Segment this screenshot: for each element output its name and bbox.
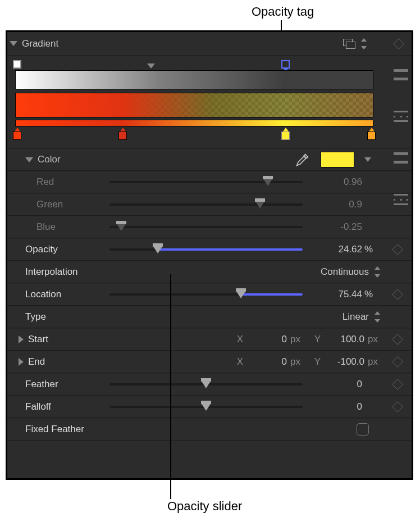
color-stop-track[interactable] <box>15 128 373 140</box>
row-fixed-feather: Fixed Feather <box>7 418 412 441</box>
disclosure-color[interactable] <box>25 157 33 162</box>
row-location: Location 75.44 % <box>7 283 412 306</box>
value-start-y[interactable]: 100.0 <box>324 334 364 345</box>
opacity-tag-track[interactable] <box>15 60 373 70</box>
gradient-title: Gradient <box>22 38 343 49</box>
axis-x-label: X <box>231 356 243 368</box>
disclosure-end[interactable] <box>19 358 24 366</box>
value-feather[interactable]: 0 <box>303 379 364 390</box>
label-blue: Blue <box>36 221 109 233</box>
label-opacity: Opacity <box>25 244 109 255</box>
row-red: Red 0.96 <box>7 171 412 193</box>
unit-px: px <box>368 334 382 345</box>
inspector-panel: Gradient Color <box>6 30 413 480</box>
value-red[interactable]: 0.96 <box>303 176 364 188</box>
gradient-preset-icon[interactable] <box>343 39 355 49</box>
axis-y-label: Y <box>308 334 321 345</box>
label-green: Green <box>36 199 109 210</box>
slider-red[interactable] <box>109 176 303 188</box>
value-end-y[interactable]: -100.0 <box>324 356 364 368</box>
gradient-preset-stepper[interactable] <box>361 38 367 49</box>
slider-green[interactable] <box>109 199 303 210</box>
opacity-tag[interactable] <box>13 60 21 69</box>
row-green: Green 0.9 <box>7 193 412 216</box>
label-end: End <box>28 356 95 368</box>
row-blue: Blue -0.25 <box>7 216 412 238</box>
color-section-header: Color <box>7 148 412 171</box>
slider-falloff[interactable] <box>109 401 303 412</box>
value-start-x[interactable]: 0 <box>246 334 287 345</box>
color-gradient-preview <box>15 120 373 126</box>
select-type[interactable]: Linear <box>109 311 382 323</box>
color-section-title: Color <box>38 154 122 165</box>
unit-percent: % <box>364 244 382 255</box>
color-stop[interactable] <box>367 131 376 140</box>
label-start: Start <box>28 334 95 345</box>
gradient-header: Gradient <box>7 32 412 56</box>
color-stop[interactable] <box>13 131 21 140</box>
slider-opacity[interactable] <box>109 244 303 255</box>
value-green[interactable]: 0.9 <box>303 199 364 210</box>
label-fixed-feather: Fixed Feather <box>25 424 109 435</box>
label-feather: Feather <box>25 379 109 390</box>
slider-feather[interactable] <box>109 379 303 390</box>
reverse-opacity-tags-button[interactable] <box>394 69 408 80</box>
color-stop-selected[interactable] <box>281 131 290 140</box>
axis-x-label: X <box>231 334 243 345</box>
select-stepper-icon <box>375 311 380 323</box>
eyedropper-icon[interactable] <box>295 152 311 167</box>
distribute-opacity-tags-button[interactable] <box>394 111 408 122</box>
keyframe-icon[interactable] <box>392 356 403 368</box>
value-falloff[interactable]: 0 <box>303 401 364 412</box>
keyframe-icon[interactable] <box>392 401 403 412</box>
slider-blue[interactable] <box>109 221 303 233</box>
color-stop[interactable] <box>118 131 127 140</box>
unit-px: px <box>368 356 382 368</box>
value-blue[interactable]: -0.25 <box>303 221 364 233</box>
keyframe-icon[interactable] <box>392 334 403 345</box>
callout-opacity-tag: Opacity tag <box>252 4 314 19</box>
keyframe-icon[interactable] <box>392 289 403 300</box>
select-interpolation[interactable]: Continuous <box>109 266 382 278</box>
opacity-midpoint-tag[interactable] <box>147 64 155 69</box>
value-end-x[interactable]: 0 <box>246 356 287 368</box>
color-popup-chevron-icon[interactable] <box>364 157 371 162</box>
label-interpolation: Interpolation <box>25 266 109 278</box>
keyframe-icon[interactable] <box>392 244 403 255</box>
unit-px: px <box>290 356 305 368</box>
disclosure-gradient[interactable] <box>10 41 17 46</box>
row-feather: Feather 0 <box>7 373 412 396</box>
disclosure-start[interactable] <box>19 335 24 343</box>
row-start: Start X 0 px Y 100.0 px <box>7 328 412 351</box>
unit-px: px <box>290 334 305 345</box>
label-type: Type <box>25 311 109 323</box>
gradient-editor <box>7 56 412 148</box>
opacity-tag-selected[interactable] <box>281 60 290 69</box>
value-opacity[interactable]: 24.62 <box>303 244 364 255</box>
label-falloff: Falloff <box>25 401 109 412</box>
label-location: Location <box>25 289 109 300</box>
callout-leader <box>170 274 171 499</box>
keyframe-icon[interactable] <box>392 379 403 390</box>
slider-location[interactable] <box>109 289 303 300</box>
label-red: Red <box>36 176 109 188</box>
color-swatch[interactable] <box>321 152 354 167</box>
keyframe-icon[interactable] <box>393 38 404 49</box>
row-type: Type Linear <box>7 306 412 328</box>
checkbox-fixed-feather[interactable] <box>357 423 369 436</box>
row-opacity: Opacity 24.62 % <box>7 238 412 261</box>
opacity-gradient-bar[interactable] <box>15 70 373 89</box>
row-falloff: Falloff 0 <box>7 396 412 418</box>
reverse-color-stops-button[interactable] <box>394 152 408 164</box>
select-stepper-icon <box>375 266 380 278</box>
axis-y-label: Y <box>308 356 321 368</box>
row-interpolation: Interpolation Continuous <box>7 261 412 283</box>
row-end: End X 0 px Y -100.0 px <box>7 351 412 373</box>
callout-opacity-slider: Opacity slider <box>167 499 242 514</box>
value-location[interactable]: 75.44 <box>303 289 364 300</box>
unit-percent: % <box>364 289 382 300</box>
distribute-color-stops-button[interactable] <box>394 194 408 205</box>
color-gradient-bar[interactable] <box>15 93 373 117</box>
